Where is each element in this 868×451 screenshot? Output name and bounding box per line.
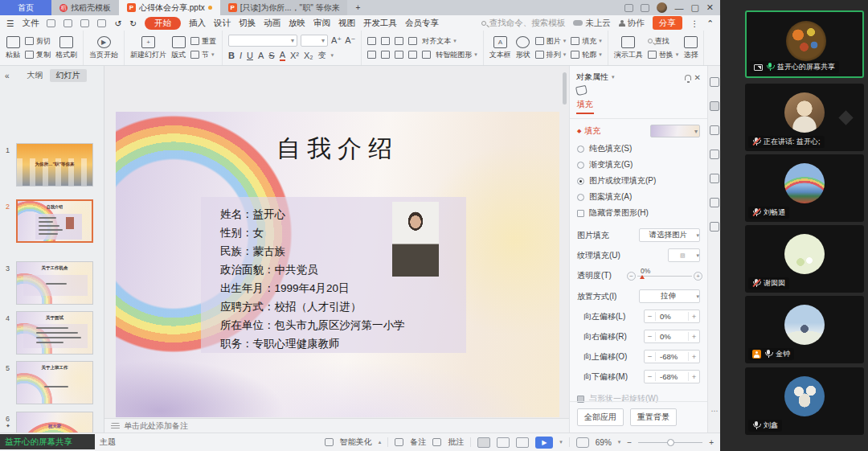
offset-left-stepper[interactable]: −0%+ (644, 310, 700, 323)
section-button[interactable]: 节▾ (190, 50, 216, 60)
numbering-icon[interactable] (381, 37, 390, 45)
outline-button[interactable]: 轮廓▾ (571, 50, 602, 60)
grow-font-icon[interactable]: A⁺ (331, 35, 342, 46)
reading-view-icon[interactable] (516, 437, 529, 448)
new-slide-button[interactable]: +新建幻灯片 (130, 36, 166, 60)
zoom-slider[interactable] (638, 442, 702, 443)
slide-fields[interactable]: 姓名：益开心 性别：女 民族：蒙古族 政治面貌：中共党员 出生年月：1999年4… (220, 205, 405, 353)
smart-graphic-button[interactable]: 转智能图形▾ (436, 50, 477, 60)
properties-sliders-icon[interactable] (710, 101, 719, 111)
increase-indent-icon[interactable] (408, 37, 417, 45)
arrange-button[interactable]: 排列▾ (535, 50, 567, 60)
portrait-photo[interactable] (392, 202, 439, 277)
effects-icon[interactable] (710, 125, 719, 135)
participant-tile-sharing[interactable]: 益开心的屏幕共享 (745, 10, 864, 78)
menu-start[interactable]: 开始 (145, 17, 181, 30)
smart-beautify-button[interactable]: 智能美化 (340, 437, 372, 448)
idea-icon[interactable] (710, 198, 719, 207)
user-avatar[interactable] (657, 2, 667, 13)
canvas-scrollbar[interactable] (563, 72, 567, 105)
slide-thumbnail-4[interactable]: 关于面试 (16, 311, 93, 355)
collapse-ribbon-icon[interactable]: ⌃ (706, 18, 714, 28)
increase-icon[interactable]: + (694, 272, 702, 281)
reset-button[interactable]: 重置 (190, 36, 216, 47)
reference-icon[interactable] (710, 222, 719, 232)
slide-title[interactable]: 自我介绍 (116, 133, 559, 166)
picture-button[interactable]: 图片▾ (535, 36, 567, 47)
find-button[interactable]: 查找 (648, 36, 679, 47)
option-hide-background[interactable]: 隐藏背景图形(H) (577, 207, 700, 219)
close-button[interactable]: ✕ (706, 2, 714, 13)
theme-button[interactable]: 主题 (100, 437, 116, 448)
slideshow-play-button[interactable]: ▶ (535, 437, 553, 449)
format-painter-button[interactable]: 格式刷 (55, 36, 77, 60)
tab-docer[interactable]: 稻找稻壳模板 (51, 0, 119, 15)
strikethrough-button[interactable]: S (268, 51, 274, 60)
placement-dropdown[interactable]: 拉伸▾ (639, 289, 700, 303)
font-size-combobox[interactable]: ▾ (301, 35, 328, 47)
superscript-button[interactable]: X² (290, 51, 299, 60)
preview-icon[interactable] (97, 19, 106, 27)
char-spacing-button[interactable]: A (258, 51, 264, 60)
shrink-font-icon[interactable]: A⁻ (345, 35, 355, 46)
cut-button[interactable]: 剪切 (25, 36, 51, 47)
text-box-button[interactable]: A文本框 (489, 36, 511, 60)
media-icon[interactable] (710, 174, 719, 183)
menu-member[interactable]: 会员专享 (405, 18, 439, 29)
offset-down-stepper[interactable]: −-68%+ (644, 370, 700, 383)
workspace-grid-icon[interactable] (641, 4, 649, 12)
align-text-button[interactable]: 对齐文本▾ (422, 36, 457, 47)
undo-icon[interactable]: ↺ (114, 18, 121, 28)
menu-devtools[interactable]: 开发工具 (363, 18, 397, 29)
participant-tile-speaking[interactable]: 正在讲话: 益开心; (745, 84, 864, 151)
paste-button[interactable]: 粘贴 (6, 36, 20, 60)
tab-current-document[interactable]: P心得体会分享.pptx (119, 0, 220, 15)
text-effect-button[interactable]: 变 (318, 50, 326, 61)
tab-slides[interactable]: 幻灯片 (50, 69, 87, 82)
italic-button[interactable]: I (240, 51, 242, 60)
menu-design[interactable]: 设计 (214, 18, 231, 29)
reset-background-button[interactable]: 重置背景 (630, 408, 677, 426)
menu-slideshow[interactable]: 放映 (289, 18, 305, 29)
print-icon[interactable] (80, 19, 89, 27)
fill-button[interactable]: 填充▾ (571, 36, 602, 47)
slides-copy-icon[interactable] (710, 150, 719, 159)
panel-title-caret[interactable]: ▾ (612, 74, 615, 80)
fill-preview-dropdown[interactable]: ▾ (650, 125, 700, 137)
decrease-icon[interactable]: − (627, 272, 636, 281)
participant-tile[interactable]: 刘鑫 (745, 367, 864, 435)
offset-up-stepper[interactable]: −-68%+ (644, 350, 700, 363)
output-icon[interactable] (63, 19, 72, 27)
layout-button[interactable]: 版式 (171, 36, 186, 60)
slide-thumbnail-1[interactable]: 为你所…"职"等你来 (16, 143, 93, 187)
slide-canvas[interactable]: 自我介绍 姓名：益开心 性别：女 民族：蒙古族 政治面貌：中共党员 出生年月：1… (104, 66, 569, 433)
font-name-combobox[interactable]: ▾ (228, 35, 297, 47)
current-slide[interactable]: 自我介绍 姓名：益开心 性别：女 民族：蒙古族 政治面貌：中共党员 出生年月：1… (116, 112, 559, 417)
menu-review[interactable]: 审阅 (313, 18, 330, 29)
slider-thumb[interactable] (640, 275, 645, 279)
transparency-slider[interactable]: − 0% + (629, 269, 700, 283)
texture-fill-dropdown[interactable]: ▨▾ (668, 248, 700, 262)
participant-tile[interactable]: 谢囡囡 (745, 225, 864, 293)
more-panels-icon[interactable]: ⋯ (709, 407, 720, 415)
font-color-button[interactable]: A (280, 50, 285, 61)
present-tools-button[interactable]: 演示工具 (614, 36, 643, 60)
cloud-status[interactable]: 未上云 (573, 18, 611, 29)
maximize-button[interactable]: ▢ (690, 2, 698, 13)
slide-thumbnail-3[interactable]: 关于工作机会 (16, 261, 93, 305)
offset-right-stepper[interactable]: −0%+ (644, 330, 700, 343)
command-search[interactable]: 查找命令、搜索模板 (481, 18, 566, 29)
tab-home[interactable]: 首页 (0, 0, 51, 15)
collapse-panel-button[interactable]: « (5, 72, 10, 80)
underline-button[interactable]: U (247, 51, 253, 60)
zoom-level[interactable]: 69% (596, 438, 612, 447)
copy-button[interactable]: 复制 (25, 50, 51, 60)
collaborate-button[interactable]: 协作 (619, 18, 645, 29)
fill-tab[interactable]: 填充 (576, 97, 594, 114)
menu-animation[interactable]: 动画 (264, 18, 280, 29)
apply-all-button[interactable]: 全部应用 (577, 408, 624, 426)
close-panel-icon[interactable]: ✕ (694, 73, 701, 82)
pin-icon[interactable] (685, 75, 691, 80)
play-current-button[interactable]: ▶当页开始 (89, 36, 118, 60)
align-left-icon[interactable] (367, 51, 376, 59)
